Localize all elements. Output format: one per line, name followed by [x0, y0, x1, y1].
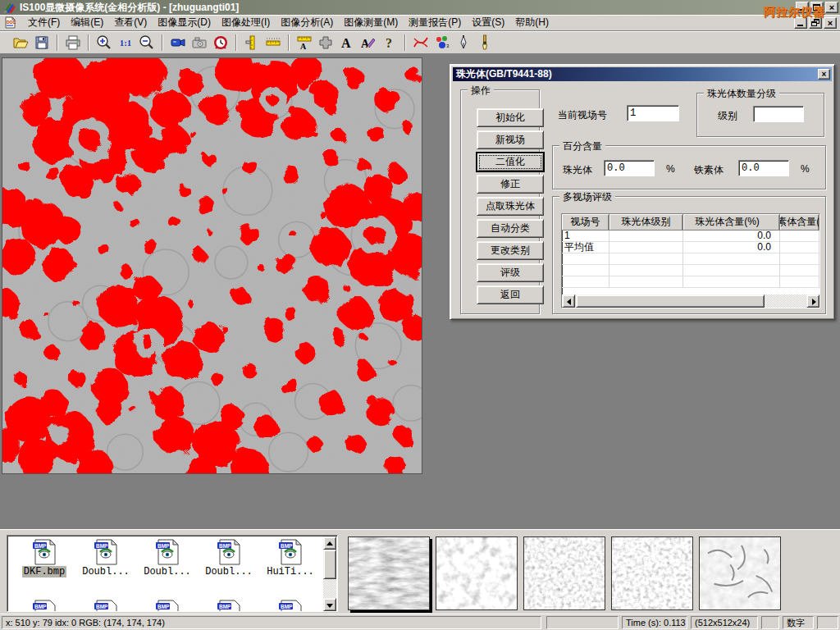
title-bar[interactable]: IS100显微摄像系统(金相分析版) - [zhuguangti01] × — [0, 0, 840, 15]
menu-settings[interactable]: 设置(S) — [467, 14, 509, 31]
table-horizontal-scrollbar[interactable] — [562, 294, 819, 308]
menu-view[interactable]: 查看(V) — [109, 14, 152, 31]
close-button[interactable]: × — [825, 2, 838, 13]
maximize-button[interactable] — [810, 2, 824, 13]
actual-size-button[interactable]: 1:1 — [115, 33, 136, 52]
timer-button[interactable] — [210, 33, 231, 52]
help-icon: ? — [381, 34, 398, 51]
file-item[interactable]: BMP Doubl... — [76, 539, 135, 578]
file-item[interactable]: BMP Doubl... — [199, 539, 258, 578]
capture-button[interactable] — [189, 33, 210, 52]
scroll-left-button[interactable] — [562, 294, 575, 308]
scroll-right-button[interactable] — [806, 294, 819, 308]
grain-classify-button[interactable]: 3 — [431, 33, 453, 52]
dialog-close-button[interactable]: × — [818, 69, 830, 80]
ruler-button[interactable] — [262, 33, 284, 52]
col-ferrite-content: 铁素体含量(%) — [780, 214, 819, 230]
file-item[interactable]: BMP — [261, 600, 320, 612]
ferrite-percent-input[interactable] — [738, 160, 789, 176]
binarize-button[interactable]: 二值化 — [477, 153, 544, 171]
file-item[interactable]: BMP — [199, 600, 258, 612]
current-field-label: 当前视场号 — [558, 108, 607, 122]
correct-button[interactable]: 修正 — [477, 175, 544, 194]
toolbar-separator — [57, 34, 58, 51]
file-item[interactable]: BMP HuiTi... — [261, 539, 320, 578]
menu-image-analysis[interactable]: 图像分析(A) — [276, 14, 338, 31]
bmp-file-icon: BMP — [32, 600, 57, 612]
brush-button[interactable] — [474, 33, 495, 52]
help-button[interactable]: ? — [379, 33, 400, 52]
scroll-down-button[interactable] — [323, 598, 336, 611]
move-button[interactable] — [315, 33, 336, 52]
file-name: HuiTi... — [265, 566, 316, 578]
menu-edit[interactable]: 编辑(E) — [66, 14, 108, 31]
zoom-out-icon — [139, 34, 155, 51]
table-row: 平均值 0.0 — [562, 242, 819, 253]
change-class-button[interactable]: 更改类别 — [477, 241, 544, 260]
table-cell: 平均值 — [562, 242, 609, 253]
grade-button[interactable]: 评级 — [477, 263, 544, 282]
menu-measure-report[interactable]: 测量报告(P) — [404, 14, 466, 31]
image-size-status: (512x512x24) — [691, 616, 758, 629]
pen-button[interactable] — [453, 33, 474, 52]
micrograph-image[interactable] — [2, 57, 422, 474]
svg-text:BMP: BMP — [219, 604, 231, 609]
svg-text:BMP: BMP — [96, 604, 108, 609]
measure-text-button[interactable]: A — [294, 33, 315, 52]
menu-image-process[interactable]: 图像处理(I) — [217, 14, 275, 31]
thumbnail-5[interactable] — [699, 536, 781, 610]
dialog-title-bar[interactable]: 珠光体(GB/T9441-88) × — [453, 67, 832, 81]
file-item[interactable]: BMP — [138, 600, 197, 612]
file-item[interactable]: BMP — [15, 600, 74, 612]
table-cell: 0.0 — [683, 231, 780, 242]
pearlite-percent-input[interactable] — [604, 160, 655, 176]
open-button[interactable] — [10, 33, 31, 52]
zoom-in-button[interactable] — [94, 33, 115, 52]
menu-image-display[interactable]: 图像显示(D) — [153, 14, 216, 31]
file-list-scrollbar[interactable] — [323, 536, 336, 611]
menu-bar: DOC 文件(F) 编辑(E) 查看(V) 图像显示(D) 图像处理(I) 图像… — [0, 15, 840, 31]
scrollbar-thumb[interactable] — [323, 550, 336, 579]
save-button[interactable] — [31, 33, 52, 52]
thumbnail-4[interactable] — [611, 536, 693, 610]
scrollbar-thumb[interactable] — [576, 294, 765, 308]
grading-table[interactable]: 视场号 珠光体级别 珠光体含量(%) 铁素体含量(%) 1 0.0 平均值 0.… — [561, 213, 820, 308]
minimize-button[interactable] — [796, 2, 809, 13]
table-cell: 1 — [562, 231, 609, 242]
file-item[interactable]: BMP Doubl... — [138, 539, 197, 578]
mdi-restore-button[interactable] — [809, 17, 822, 29]
annotate-button[interactable]: A — [358, 33, 379, 52]
thumbnail-2[interactable] — [436, 536, 518, 610]
menu-image-measure[interactable]: 图像测量(M) — [339, 14, 403, 31]
close-icon: × — [824, 18, 836, 28]
thumbnail-3[interactable] — [523, 536, 605, 610]
mdi-minimize-button[interactable] — [794, 17, 807, 29]
return-button[interactable]: 返回 — [477, 285, 544, 304]
menu-file[interactable]: 文件(F) — [23, 14, 65, 31]
level-input[interactable] — [753, 106, 804, 122]
print-button[interactable] — [62, 33, 84, 52]
video-camera-button[interactable] — [167, 33, 189, 52]
text-button[interactable]: A — [336, 33, 358, 52]
file-item[interactable]: BMP — [76, 600, 135, 612]
auto-classify-button[interactable]: 自动分类 — [477, 219, 544, 238]
toolbar: 1:1 A A A ? 3 — [0, 31, 840, 54]
document-icon[interactable]: DOC — [4, 16, 16, 29]
current-field-input[interactable] — [627, 105, 679, 121]
scroll-up-button[interactable] — [323, 536, 336, 550]
toolbar-separator — [88, 34, 89, 51]
zoom-out-button[interactable] — [136, 33, 158, 52]
file-list[interactable]: BMP DKF.bmp BMP Doubl... BMP Doubl... BM… — [7, 535, 338, 612]
pick-pearlite-button[interactable]: 点取珠光体 — [477, 197, 544, 216]
mdi-close-button[interactable]: × — [824, 17, 837, 29]
col-pearlite-level: 珠光体级别 — [609, 214, 683, 230]
file-item[interactable]: BMP DKF.bmp — [15, 539, 74, 578]
new-field-button[interactable]: 新视场 — [477, 130, 544, 149]
caliper-button[interactable] — [241, 33, 262, 52]
arrow-right-icon — [812, 299, 816, 305]
menu-help[interactable]: 帮助(H) — [510, 14, 554, 31]
toolbar-separator — [235, 34, 237, 51]
thumbnail-1[interactable] — [348, 536, 430, 610]
initialize-button[interactable]: 初始化 — [477, 108, 544, 127]
curve-tool-button[interactable] — [410, 33, 431, 52]
